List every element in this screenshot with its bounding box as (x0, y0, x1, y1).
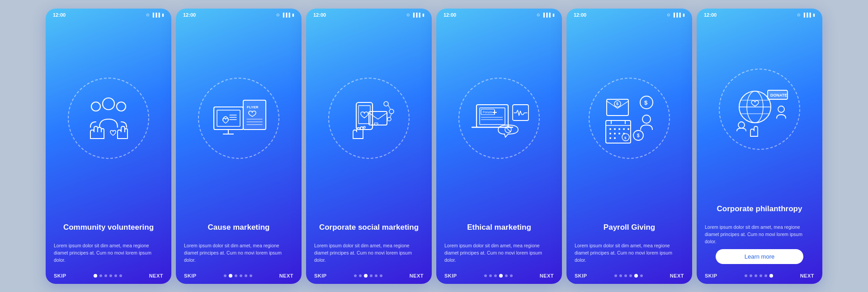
dot-3-1 (359, 274, 362, 277)
signal-icon: ▐▐▐ (151, 13, 160, 17)
status-icons-1: ⊙ ▐▐▐ ▮ (146, 13, 164, 17)
wifi-icon-4: ⊙ (537, 13, 540, 17)
skip-button-1[interactable]: SKIP (54, 273, 66, 278)
dots-5 (614, 274, 643, 278)
wifi-icon-6: ⊙ (797, 13, 801, 17)
status-bar-1: 12:00 ⊙ ▐▐▐ ▮ (46, 9, 171, 19)
dot-2-0 (224, 274, 226, 277)
status-bar-6: 12:00 ⊙ ▐▐▐ ▮ (697, 9, 822, 19)
next-button-5[interactable]: NEXT (670, 273, 684, 278)
dot-6-4 (764, 274, 767, 277)
payroll-giving-icon: $ $ $ (598, 87, 661, 150)
community-icon (77, 87, 140, 150)
skip-button-4[interactable]: SKIP (444, 273, 457, 278)
screen-ethical-marketing: 12:00 ⊙ ▐▐▐ ▮ Forum (436, 9, 562, 284)
icon-circle-6: DONATE (719, 69, 800, 150)
wifi-icon-3: ⊙ (406, 13, 410, 17)
status-icons-5: ⊙ ▐▐▐ ▮ (667, 13, 685, 17)
svg-text:Forum: Forum (483, 111, 492, 114)
dot-1-5 (119, 274, 122, 277)
next-button-1[interactable]: NEXT (149, 273, 163, 278)
icon-circle-5: $ $ $ (589, 78, 670, 159)
next-button-6[interactable]: NEXT (800, 273, 814, 278)
corporate-social-icon (337, 87, 401, 150)
dots-3 (354, 274, 382, 278)
battery-icon-4: ▮ (552, 13, 555, 17)
svg-point-17 (363, 126, 365, 128)
signal-icon-5: ▐▐▐ (672, 13, 681, 17)
dot-4-1 (489, 274, 492, 277)
dot-5-5 (640, 274, 643, 277)
dot-4-2 (494, 274, 497, 277)
screen-title-5: Payroll Giving (575, 218, 684, 237)
screen-title-4: Ethical marketing (444, 218, 554, 237)
dot-4-3 (499, 274, 503, 278)
svg-line-22 (388, 105, 391, 110)
next-button-2[interactable]: NEXT (279, 273, 293, 278)
dot-2-2 (235, 274, 237, 277)
screen-title-6: Corporate philanthropy (705, 199, 814, 219)
ethical-marketing-icon: Forum (467, 87, 531, 150)
content-area-5: Payroll Giving Lorem ipsum dolor sit dim… (566, 218, 692, 269)
status-time-1: 12:00 (53, 12, 66, 18)
svg-point-52 (623, 128, 625, 130)
dot-5-1 (619, 274, 622, 277)
dot-3-3 (370, 274, 373, 277)
dot-1-3 (109, 274, 112, 277)
dot-6-0 (745, 274, 747, 277)
dot-3-0 (354, 274, 357, 277)
skip-button-3[interactable]: SKIP (314, 273, 327, 278)
cause-marketing-icon: FLYER (207, 87, 270, 150)
svg-rect-45 (606, 121, 631, 143)
bottom-nav-5: SKIP NEXT (566, 269, 692, 284)
svg-line-23 (390, 114, 392, 117)
content-area-2: Cause marketing Lorem ipsum dolor sit di… (176, 218, 302, 269)
learn-more-button[interactable]: Learn more (716, 249, 803, 264)
bottom-nav-1: SKIP NEXT (46, 269, 171, 284)
skip-button-5[interactable]: SKIP (575, 273, 587, 278)
battery-icon-5: ▮ (683, 13, 685, 17)
dot-5-3 (629, 274, 632, 277)
battery-icon-2: ▮ (292, 13, 294, 17)
screen-body-5: Lorem ipsum dolor sit dim amet, mea regi… (575, 242, 684, 264)
svg-point-2 (117, 102, 126, 111)
status-time-3: 12:00 (313, 12, 326, 18)
signal-icon-6: ▐▐▐ (802, 13, 811, 17)
dot-5-0 (614, 274, 617, 277)
svg-point-21 (387, 117, 391, 121)
dot-4-4 (505, 274, 508, 277)
next-button-4[interactable]: NEXT (540, 273, 554, 278)
dot-4-5 (510, 274, 513, 277)
skip-button-2[interactable]: SKIP (184, 273, 197, 278)
svg-text:FLYER: FLYER (247, 105, 259, 109)
bottom-nav-4: SKIP NEXT (436, 269, 562, 284)
icon-circle-1 (68, 78, 149, 159)
icon-circle-4: Forum (458, 78, 540, 159)
svg-point-0 (103, 98, 114, 110)
dot-6-5 (769, 274, 773, 278)
screen-body-3: Lorem ipsum dolor sit dim amet, mea regi… (314, 242, 424, 264)
dot-1-2 (104, 274, 107, 277)
status-bar-2: 12:00 ⊙ ▐▐▐ ▮ (176, 9, 302, 19)
dot-3-2 (364, 274, 368, 278)
icon-area-1 (46, 19, 171, 218)
svg-text:$: $ (644, 99, 648, 106)
icon-circle-2: FLYER (198, 78, 279, 159)
svg-point-58 (609, 137, 611, 139)
screen-cause-marketing: 12:00 ⊙ ▐▐▐ ▮ (176, 9, 302, 284)
skip-button-6[interactable]: SKIP (705, 273, 717, 278)
dot-2-5 (250, 274, 252, 277)
dot-1-1 (99, 274, 102, 277)
svg-text:DONATE: DONATE (770, 93, 787, 97)
battery-icon-6: ▮ (813, 13, 815, 17)
status-icons-6: ⊙ ▐▐▐ ▮ (797, 13, 815, 17)
screen-body-6: Lorem ipsum dolor sit dim amet, mea regi… (705, 223, 814, 246)
svg-point-59 (614, 137, 616, 139)
icon-area-3 (306, 19, 432, 218)
svg-text:$: $ (624, 136, 627, 140)
svg-point-51 (618, 128, 620, 130)
content-area-3: Corporate social marketing Lorem ipsum d… (306, 218, 432, 269)
dots-6 (745, 274, 773, 278)
status-bar-3: 12:00 ⊙ ▐▐▐ ▮ (306, 9, 432, 19)
next-button-3[interactable]: NEXT (410, 273, 424, 278)
